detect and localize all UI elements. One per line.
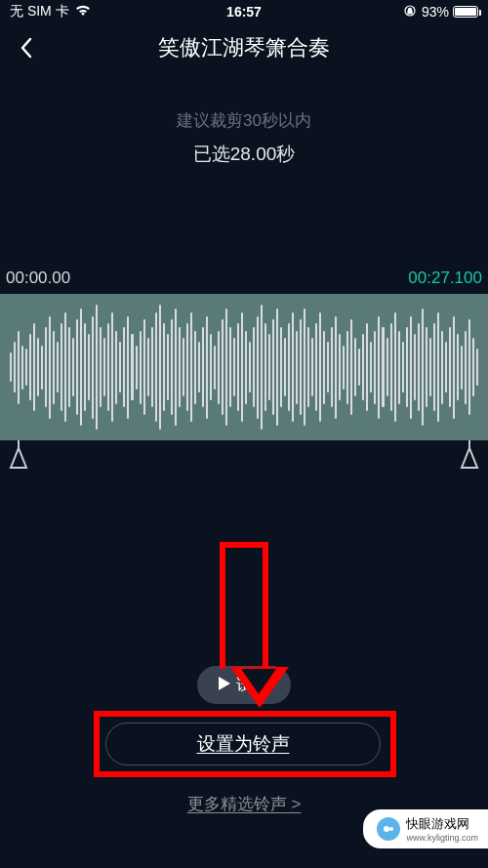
preview-label: 试听 (236, 674, 269, 696)
waveform[interactable] (0, 294, 488, 440)
watermark-url: www.kyligting.com (406, 833, 478, 843)
svg-point-2 (389, 827, 393, 831)
preview-button[interactable]: 试听 (197, 666, 291, 704)
trim-handle-left[interactable] (8, 440, 29, 470)
watermark-title: 快眼游戏网 (406, 815, 478, 833)
battery-pct: 93% (422, 4, 449, 20)
back-button[interactable] (12, 33, 41, 62)
time-end: 00:27.100 (408, 269, 482, 288)
page-title: 笑傲江湖琴箫合奏 (158, 33, 330, 62)
watermark: 快眼游戏网 www.kyligting.com (363, 809, 488, 848)
set-ringtone-label: 设置为铃声 (197, 731, 290, 757)
trim-handle-right[interactable] (459, 440, 480, 470)
time-start: 00:00.00 (6, 269, 70, 288)
svg-point-1 (384, 826, 389, 832)
status-left: 无 SIM 卡 (10, 3, 91, 21)
nav-header: 笑傲江湖琴箫合奏 (0, 23, 488, 72)
lock-icon (404, 4, 416, 20)
watermark-icon (377, 817, 400, 841)
status-right: 93% (404, 4, 478, 20)
wifi-icon (75, 4, 91, 20)
trim-hint: 建议裁剪30秒以内 (0, 109, 488, 132)
waveform-section: 00:00.00 00:27.100 (0, 269, 488, 440)
more-ringtones-link[interactable]: 更多精选铃声 > (187, 793, 302, 815)
info-section: 建议裁剪30秒以内 已选28.00秒 (0, 109, 488, 167)
annotation-arrow (220, 542, 268, 669)
battery-icon (453, 6, 478, 18)
set-ringtone-button[interactable]: 设置为铃声 (105, 723, 381, 765)
selected-duration: 已选28.00秒 (0, 142, 488, 167)
carrier-text: 无 SIM 卡 (10, 3, 69, 21)
status-bar: 无 SIM 卡 16:57 93% (0, 0, 488, 23)
status-time: 16:57 (226, 4, 262, 20)
play-icon (219, 676, 230, 695)
